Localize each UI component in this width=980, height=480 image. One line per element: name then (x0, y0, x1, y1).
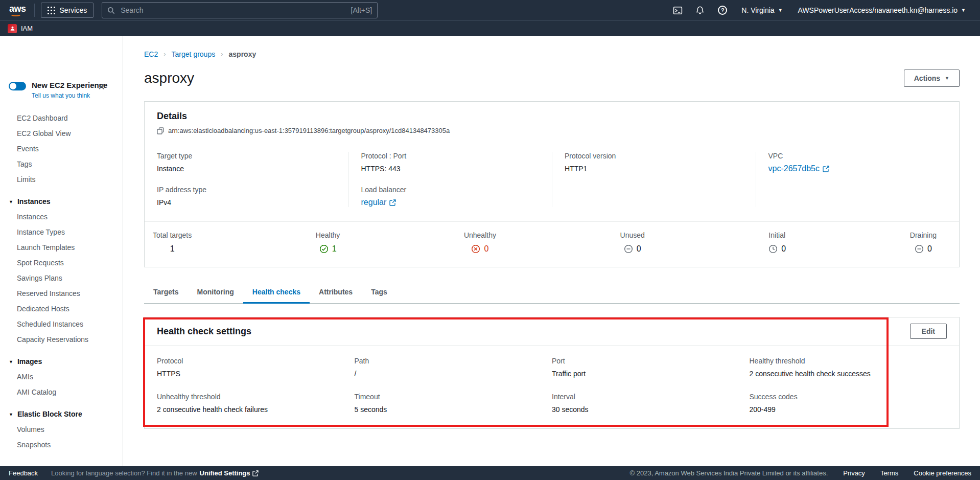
stat-number: 0 (927, 244, 932, 254)
tab-monitoring[interactable]: Monitoring (188, 283, 243, 304)
edit-label: Edit (922, 327, 935, 335)
edit-button[interactable]: Edit (910, 324, 947, 339)
breadcrumb-ec2[interactable]: EC2 (144, 49, 158, 59)
aws-logo[interactable]: aws (7, 4, 32, 17)
help-icon[interactable]: ? (712, 2, 733, 18)
search-icon (107, 7, 115, 14)
sidebar-section-elastic-block-store[interactable]: ▼Elastic Block Store (0, 406, 123, 422)
sidebar-item-capacity-reservations[interactable]: Capacity Reservations (0, 332, 123, 347)
sidebar-section-images[interactable]: ▼Images (0, 354, 123, 369)
stat-number: 0 (637, 244, 641, 254)
stat-unused: Unused 0 (620, 231, 645, 254)
stat-healthy: Healthy 1 (316, 231, 340, 254)
new-experience-toggle[interactable] (9, 82, 26, 90)
triangle-down-icon: ▼ (9, 407, 13, 422)
cookie-preferences-link[interactable]: Cookie preferences (914, 469, 971, 477)
field-label: Unhealthy threshold (157, 393, 355, 401)
sidebar-item-scheduled-instances[interactable]: Scheduled Instances (0, 316, 123, 332)
actions-button[interactable]: Actions ▼ (904, 70, 960, 87)
sidebar-item-ec2-dashboard[interactable]: EC2 Dashboard (0, 110, 123, 126)
stat-label: Healthy (316, 231, 340, 239)
chevron-down-icon: ▼ (945, 76, 949, 81)
iam-service-icon (8, 24, 17, 33)
details-heading: Details (145, 102, 959, 125)
sidebar-item-amis[interactable]: AMIs (0, 369, 123, 384)
stat-unhealthy: Unhealthy 0 (464, 231, 496, 254)
breadcrumb-target-groups[interactable]: Target groups (172, 49, 216, 59)
field-value: HTTPS (157, 370, 180, 378)
region-selector[interactable]: N. Virginia ▼ (734, 6, 789, 14)
sidebar-item-reserved-instances[interactable]: Reserved Instances (0, 286, 123, 301)
new-experience-feedback-link[interactable]: Tell us what you think (32, 92, 107, 99)
field-protocol-port: Protocol : Port HTTPS: 443 (361, 152, 540, 173)
copy-icon[interactable] (157, 127, 164, 134)
stat-label: Unused (620, 231, 645, 239)
sidebar-item-launch-templates[interactable]: Launch Templates (0, 240, 123, 255)
services-menu-button[interactable]: Services (41, 3, 94, 18)
target-group-tabs: Targets Monitoring Health checks Attribu… (144, 283, 960, 304)
field-hc-unhealthy-threshold: Unhealthy threshold 2 consecutive health… (157, 393, 355, 414)
field-hc-timeout: Timeout 5 seconds (355, 393, 552, 414)
sidebar-item-savings-plans[interactable]: Savings Plans (0, 270, 123, 286)
iam-shortcut[interactable]: IAM (21, 25, 33, 32)
sidebar-section-instances[interactable]: ▼Instances (0, 194, 123, 209)
field-target-type: Target type Instance (157, 152, 336, 173)
sidebar-item-snapshots[interactable]: Snapshots (0, 437, 123, 452)
sidebar-item-volumes[interactable]: Volumes (0, 422, 123, 437)
unified-settings-link[interactable]: Unified Settings (200, 469, 259, 477)
close-icon[interactable]: ✕ (95, 82, 108, 92)
sidebar-item-ami-catalog[interactable]: AMI Catalog (0, 384, 123, 400)
question-mark-glyph: ? (718, 6, 727, 15)
field-value: 2 consecutive health check successes (750, 370, 871, 378)
cloudshell-icon[interactable] (667, 2, 688, 18)
vpc-link[interactable]: vpc-2657db5c (768, 164, 830, 173)
field-value: 2 consecutive health check failures (157, 405, 268, 414)
section-label: Images (17, 357, 42, 365)
actions-label: Actions (914, 74, 940, 82)
chevron-down-icon: ▼ (961, 8, 966, 13)
external-link-icon (823, 166, 829, 172)
sidebar-item-ec2-global-view[interactable]: EC2 Global View (0, 126, 123, 141)
chevron-down-icon: ▼ (778, 8, 783, 13)
notifications-bell-icon[interactable] (689, 2, 711, 18)
tab-targets[interactable]: Targets (144, 283, 188, 304)
nav-divider (34, 4, 35, 17)
search-bar[interactable]: [Alt+S] (102, 2, 378, 18)
targets-summary: Total targets 1 Healthy 1 Unhealthy 0 Un… (145, 222, 959, 267)
sidebar: New EC2 Experience Tell us what you thin… (0, 36, 123, 466)
sidebar-item-instances[interactable]: Instances (0, 209, 123, 224)
tab-health-checks[interactable]: Health checks (243, 283, 310, 304)
field-label: Interval (552, 393, 750, 401)
stat-total-targets: Total targets 1 (153, 231, 192, 254)
target-group-arn: arn:aws:elasticloadbalancing:us-east-1:3… (168, 127, 450, 134)
load-balancer-link[interactable]: regular (361, 198, 396, 207)
field-label: Protocol version (565, 152, 743, 160)
search-input[interactable] (120, 6, 346, 15)
health-check-heading: Health check settings (157, 326, 251, 337)
stat-label: Initial (768, 231, 786, 239)
tab-attributes[interactable]: Attributes (310, 283, 362, 304)
sidebar-item-limits[interactable]: Limits (0, 172, 123, 187)
unified-settings-label: Unified Settings (200, 469, 250, 477)
sidebar-item-spot-requests[interactable]: Spot Requests (0, 255, 123, 270)
sidebar-item-instance-types[interactable]: Instance Types (0, 224, 123, 240)
page-title: asproxy (144, 70, 194, 86)
account-label: AWSPowerUserAccess/navaneeth.kn@harness.… (798, 6, 958, 14)
tab-tags[interactable]: Tags (362, 283, 396, 304)
feedback-link[interactable]: Feedback (9, 469, 38, 477)
sidebar-item-events[interactable]: Events (0, 141, 123, 156)
field-hc-port: Port Traffic port (552, 357, 750, 378)
field-value: Instance (157, 165, 184, 173)
field-label: Load balancer (361, 186, 540, 194)
terms-link[interactable]: Terms (880, 469, 898, 477)
load-balancer-name: regular (361, 198, 387, 207)
field-label: IP address type (157, 186, 336, 194)
privacy-link[interactable]: Privacy (843, 469, 865, 477)
account-menu[interactable]: AWSPowerUserAccess/navaneeth.kn@harness.… (791, 6, 973, 14)
field-value: Traffic port (552, 370, 586, 378)
stat-draining: Draining 0 (910, 231, 937, 254)
sidebar-item-dedicated-hosts[interactable]: Dedicated Hosts (0, 301, 123, 316)
minus-circle-icon (915, 244, 924, 254)
stat-number: 1 (170, 244, 175, 254)
sidebar-item-tags[interactable]: Tags (0, 156, 123, 172)
